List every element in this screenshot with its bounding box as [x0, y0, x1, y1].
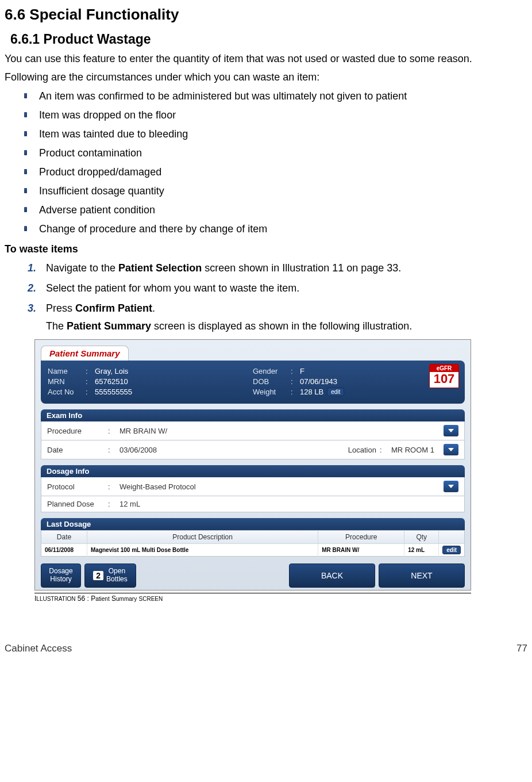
protocol-label: Protocol [47, 482, 105, 491]
subsection-heading: 6.6.1 Product Wastage [5, 32, 527, 47]
mrn-value: 65762510 [95, 377, 128, 386]
protocol-value: Weight-Based Protocol [119, 482, 196, 491]
weight-label: Weight [253, 388, 291, 396]
exam-info-section: Exam Info Procedure: MR BRAIN W/ Date: 0… [41, 409, 465, 459]
cell-product: Magnevist 100 mL Multi Dose Bottle [87, 544, 318, 557]
exam-info-band: Exam Info [41, 409, 465, 421]
step-bold: Patient Summary [67, 320, 151, 332]
dob-value: 07/06/1943 [300, 377, 337, 386]
chevron-down-icon [448, 448, 454, 451]
back-button[interactable]: BACK [289, 564, 375, 588]
step-3: Press Confirm Patient. The Patient Summa… [28, 301, 527, 334]
procedure-dropdown[interactable] [444, 425, 458, 436]
gender-label: Gender [253, 367, 291, 375]
step-1: Navigate to the Patient Selection screen… [28, 261, 527, 275]
weight-value: 128 LB [300, 388, 323, 396]
date-value: 03/06/2008 [119, 446, 157, 454]
step-text: Press [46, 302, 75, 314]
bottom-button-bar: Dosage History 2 Open Bottles BACK NEXT [41, 560, 465, 588]
step-sub: The Patient Summary screen is displayed … [46, 319, 527, 334]
list-item: Insufficient dosage quantity [24, 185, 527, 197]
protocol-dropdown[interactable] [444, 481, 458, 492]
chevron-down-icon [448, 485, 454, 488]
location-label: Location [348, 446, 376, 454]
location-value: MR ROOM 1 [391, 446, 434, 454]
to-waste-heading: To waste items [5, 243, 527, 255]
footer-page-number: 77 [516, 643, 527, 654]
procedure-value: MR BRAIN W/ [119, 427, 167, 435]
step-text: Navigate to the [46, 262, 118, 274]
name-label: Name [48, 367, 86, 375]
list-item: Change of procedure and there by change … [24, 223, 527, 235]
date-label: Date [47, 446, 105, 454]
page-footer: Cabinet Access 77 [5, 643, 527, 654]
patient-summary-screen: Patient Summary eGFR 107 Name:Gray, Lois… [35, 340, 471, 590]
egfr-badge: eGFR 107 [429, 364, 459, 388]
step-2: Select the patient for whom you want to … [28, 281, 527, 296]
edit-dosage-button[interactable]: edit [442, 546, 461, 554]
step-text: . [152, 302, 155, 314]
chevron-down-icon [448, 429, 454, 432]
caption-part: S [111, 595, 116, 603]
mrn-label: MRN [48, 377, 86, 386]
last-dosage-band: Last Dosage [41, 518, 465, 530]
steps-list: Navigate to the Patient Selection screen… [5, 261, 527, 334]
open-bottles-button[interactable]: 2 Open Bottles [84, 564, 136, 588]
list-item: Product contamination [24, 147, 527, 159]
dob-label: DOB [253, 377, 291, 386]
next-button[interactable]: NEXT [379, 564, 465, 588]
footer-left: Cabinet Access [5, 643, 72, 654]
planned-dose-value: 12 mL [119, 500, 140, 508]
cell-procedure: MR BRAIN W/ [318, 544, 404, 557]
col-qty: Qty [404, 531, 439, 544]
figure-wrap: Patient Summary eGFR 107 Name:Gray, Lois… [34, 339, 471, 603]
intro-paragraph: You can use this feature to enter the qu… [5, 52, 527, 66]
list-item: Item was tainted due to bleeding [24, 128, 527, 140]
procedure-label: Procedure [47, 427, 105, 435]
step-text: screen shown in Illustration 11 on page … [202, 262, 401, 274]
patient-info-panel: eGFR 107 Name:Gray, Lois MRN:65762510 Ac… [41, 361, 465, 404]
acct-label: Acct No [48, 388, 86, 396]
cell-date: 06/11/2008 [41, 544, 87, 557]
planned-dose-label: Planned Dose [47, 500, 105, 508]
open-bottles-count: 2 [93, 571, 103, 580]
section-heading: 6.6 Special Functionality [5, 6, 527, 24]
name-value: Gray, Lois [95, 367, 128, 375]
edit-weight-button[interactable]: edit [327, 388, 344, 396]
dosage-history-button[interactable]: Dosage History [41, 564, 81, 588]
step-text: The [46, 320, 67, 332]
caption-part: ummary [116, 596, 137, 602]
step-bold: Patient Selection [118, 262, 202, 274]
last-dosage-section: Last Dosage Date Product Description Pro… [41, 518, 465, 557]
col-date: Date [41, 531, 87, 544]
step-text: screen is displayed as shown in the foll… [151, 320, 412, 332]
circumstances-list: An item was confirmed to be administered… [5, 90, 527, 235]
list-item: Item was dropped on the floor [24, 109, 527, 121]
open-bottles-label: Open Bottles [106, 568, 128, 584]
egfr-value: 107 [430, 372, 458, 387]
circumstances-intro: Following are the circumstances under wh… [5, 70, 527, 84]
figure-frame: Patient Summary eGFR 107 Name:Gray, Lois… [34, 339, 471, 591]
acct-value: 555555555 [95, 388, 132, 396]
table-row: 06/11/2008 Magnevist 100 mL Multi Dose B… [41, 544, 465, 557]
caption-part: atient [95, 596, 109, 602]
dosage-info-section: Dosage Info Protocol: Weight-Based Proto… [41, 465, 465, 512]
figure-caption: ILLUSTRATION 56 : Patient Summary SCREEN [34, 593, 471, 603]
dosage-info-band: Dosage Info [41, 465, 465, 477]
patient-summary-tab[interactable]: Patient Summary [41, 346, 129, 361]
gender-value: F [300, 367, 304, 375]
step-bold: Confirm Patient [75, 302, 152, 314]
cell-qty: 12 mL [404, 544, 439, 557]
col-product: Product Description [87, 531, 318, 544]
list-item: Adverse patient condition [24, 204, 527, 216]
location-dropdown[interactable] [444, 444, 458, 455]
list-item: An item was confirmed to be administered… [24, 90, 527, 102]
list-item: Product dropped/damaged [24, 166, 527, 178]
col-procedure: Procedure [318, 531, 404, 544]
